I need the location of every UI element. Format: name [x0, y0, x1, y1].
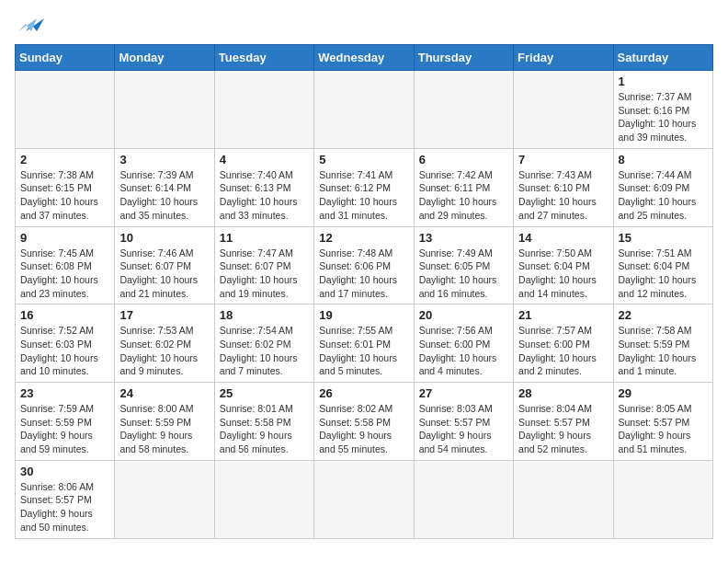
weekday-header-friday: Friday — [514, 45, 613, 71]
day-number: 12 — [319, 231, 408, 245]
calendar-cell — [314, 460, 414, 538]
calendar-cell: 24Sunrise: 8:00 AM Sunset: 5:59 PM Dayli… — [115, 383, 214, 461]
calendar-cell — [214, 460, 313, 538]
day-number: 27 — [419, 386, 508, 400]
calendar-cell — [613, 460, 712, 538]
day-info: Sunrise: 7:41 AM Sunset: 6:12 PM Dayligh… — [319, 168, 408, 223]
day-number: 10 — [119, 231, 209, 245]
calendar-cell — [514, 460, 613, 538]
calendar-cell: 29Sunrise: 8:05 AM Sunset: 5:57 PM Dayli… — [613, 383, 712, 461]
calendar-week-row-5: 30Sunrise: 8:06 AM Sunset: 5:57 PM Dayli… — [16, 460, 713, 538]
day-info: Sunrise: 8:04 AM Sunset: 5:57 PM Dayligh… — [518, 402, 608, 456]
day-number: 22 — [619, 308, 708, 322]
weekday-header-saturday: Saturday — [613, 45, 712, 71]
calendar-cell: 27Sunrise: 8:03 AM Sunset: 5:57 PM Dayli… — [414, 383, 513, 461]
day-number: 28 — [518, 386, 608, 400]
calendar-table: SundayMondayTuesdayWednesdayThursdayFrid… — [15, 44, 713, 539]
calendar-cell: 28Sunrise: 8:04 AM Sunset: 5:57 PM Dayli… — [514, 383, 613, 461]
day-info: Sunrise: 7:45 AM Sunset: 6:08 PM Dayligh… — [20, 247, 109, 301]
day-number: 11 — [220, 231, 309, 245]
calendar-cell — [414, 71, 513, 149]
day-number: 30 — [20, 465, 109, 478]
calendar-cell — [16, 71, 115, 149]
day-info: Sunrise: 7:53 AM Sunset: 6:02 PM Dayligh… — [119, 324, 209, 378]
calendar-cell: 25Sunrise: 8:01 AM Sunset: 5:58 PM Dayli… — [214, 383, 313, 461]
day-number: 21 — [518, 308, 608, 322]
day-info: Sunrise: 7:56 AM Sunset: 6:00 PM Dayligh… — [419, 324, 508, 378]
day-info: Sunrise: 7:57 AM Sunset: 6:00 PM Dayligh… — [518, 324, 608, 378]
day-number: 7 — [518, 153, 608, 167]
page: SundayMondayTuesdayWednesdayThursdayFrid… — [0, 0, 728, 548]
day-info: Sunrise: 7:55 AM Sunset: 6:01 PM Dayligh… — [319, 324, 408, 378]
calendar-cell: 1Sunrise: 7:37 AM Sunset: 6:16 PM Daylig… — [613, 71, 712, 149]
calendar-cell — [514, 71, 613, 149]
calendar-cell — [115, 460, 214, 538]
day-info: Sunrise: 8:05 AM Sunset: 5:57 PM Dayligh… — [619, 402, 708, 456]
day-number: 2 — [20, 153, 109, 167]
calendar-cell — [314, 71, 414, 149]
day-info: Sunrise: 7:38 AM Sunset: 6:15 PM Dayligh… — [20, 168, 109, 223]
day-number: 4 — [220, 153, 309, 167]
calendar-cell: 18Sunrise: 7:54 AM Sunset: 6:02 PM Dayli… — [214, 304, 313, 383]
logo-bird-icon — [18, 15, 44, 35]
day-info: Sunrise: 7:42 AM Sunset: 6:11 PM Dayligh… — [419, 168, 508, 223]
day-info: Sunrise: 7:51 AM Sunset: 6:04 PM Dayligh… — [619, 247, 708, 301]
calendar-cell: 23Sunrise: 7:59 AM Sunset: 5:59 PM Dayli… — [16, 383, 115, 461]
calendar-cell: 11Sunrise: 7:47 AM Sunset: 6:07 PM Dayli… — [214, 226, 313, 304]
calendar-week-row-2: 9Sunrise: 7:45 AM Sunset: 6:08 PM Daylig… — [16, 226, 713, 304]
calendar-cell: 5Sunrise: 7:41 AM Sunset: 6:12 PM Daylig… — [314, 148, 414, 226]
day-number: 3 — [119, 153, 209, 167]
day-info: Sunrise: 7:54 AM Sunset: 6:02 PM Dayligh… — [220, 324, 309, 378]
day-info: Sunrise: 7:46 AM Sunset: 6:07 PM Dayligh… — [119, 247, 209, 301]
day-info: Sunrise: 7:48 AM Sunset: 6:06 PM Dayligh… — [319, 247, 408, 301]
day-number: 29 — [619, 386, 708, 400]
calendar-cell — [414, 460, 513, 538]
logo — [15, 15, 44, 35]
calendar-cell: 13Sunrise: 7:49 AM Sunset: 6:05 PM Dayli… — [414, 226, 513, 304]
weekday-header-sunday: Sunday — [16, 45, 115, 71]
day-number: 23 — [20, 386, 109, 400]
calendar-cell: 20Sunrise: 7:56 AM Sunset: 6:00 PM Dayli… — [414, 304, 513, 383]
day-number: 15 — [619, 231, 708, 245]
day-info: Sunrise: 8:03 AM Sunset: 5:57 PM Dayligh… — [419, 402, 508, 456]
day-number: 16 — [20, 308, 109, 322]
day-number: 24 — [119, 386, 209, 400]
calendar-cell: 10Sunrise: 7:46 AM Sunset: 6:07 PM Dayli… — [115, 226, 214, 304]
day-info: Sunrise: 7:44 AM Sunset: 6:09 PM Dayligh… — [619, 168, 708, 223]
day-info: Sunrise: 8:02 AM Sunset: 5:58 PM Dayligh… — [319, 402, 408, 456]
day-info: Sunrise: 8:00 AM Sunset: 5:59 PM Dayligh… — [119, 402, 209, 456]
day-number: 19 — [319, 308, 408, 322]
calendar-cell: 14Sunrise: 7:50 AM Sunset: 6:04 PM Dayli… — [514, 226, 613, 304]
calendar-cell: 22Sunrise: 7:58 AM Sunset: 5:59 PM Dayli… — [613, 304, 712, 383]
weekday-header-tuesday: Tuesday — [214, 45, 313, 71]
day-info: Sunrise: 7:52 AM Sunset: 6:03 PM Dayligh… — [20, 324, 109, 378]
day-info: Sunrise: 7:43 AM Sunset: 6:10 PM Dayligh… — [518, 168, 608, 223]
day-info: Sunrise: 7:37 AM Sunset: 6:16 PM Dayligh… — [619, 90, 708, 144]
day-number: 8 — [619, 153, 708, 167]
calendar-cell: 21Sunrise: 7:57 AM Sunset: 6:00 PM Dayli… — [514, 304, 613, 383]
day-info: Sunrise: 7:58 AM Sunset: 5:59 PM Dayligh… — [619, 324, 708, 378]
day-number: 20 — [419, 308, 508, 322]
calendar-cell — [214, 71, 313, 149]
calendar-cell: 7Sunrise: 7:43 AM Sunset: 6:10 PM Daylig… — [514, 148, 613, 226]
day-number: 5 — [319, 153, 408, 167]
calendar-cell: 16Sunrise: 7:52 AM Sunset: 6:03 PM Dayli… — [16, 304, 115, 383]
calendar-week-row-3: 16Sunrise: 7:52 AM Sunset: 6:03 PM Dayli… — [16, 304, 713, 383]
day-number: 17 — [119, 308, 209, 322]
calendar-cell: 15Sunrise: 7:51 AM Sunset: 6:04 PM Dayli… — [613, 226, 712, 304]
calendar-cell: 4Sunrise: 7:40 AM Sunset: 6:13 PM Daylig… — [214, 148, 313, 226]
day-number: 13 — [419, 231, 508, 245]
calendar-cell: 3Sunrise: 7:39 AM Sunset: 6:14 PM Daylig… — [115, 148, 214, 226]
calendar-week-row-4: 23Sunrise: 7:59 AM Sunset: 5:59 PM Dayli… — [16, 383, 713, 461]
calendar-week-row-1: 2Sunrise: 7:38 AM Sunset: 6:15 PM Daylig… — [16, 148, 713, 226]
day-info: Sunrise: 7:50 AM Sunset: 6:04 PM Dayligh… — [518, 247, 608, 301]
day-info: Sunrise: 8:06 AM Sunset: 5:57 PM Dayligh… — [20, 480, 109, 534]
day-number: 6 — [419, 153, 508, 167]
calendar-cell: 8Sunrise: 7:44 AM Sunset: 6:09 PM Daylig… — [613, 148, 712, 226]
weekday-header-thursday: Thursday — [414, 45, 513, 71]
calendar-cell: 26Sunrise: 8:02 AM Sunset: 5:58 PM Dayli… — [314, 383, 414, 461]
day-info: Sunrise: 7:40 AM Sunset: 6:13 PM Dayligh… — [220, 168, 309, 223]
calendar-cell: 9Sunrise: 7:45 AM Sunset: 6:08 PM Daylig… — [16, 226, 115, 304]
day-number: 26 — [319, 386, 408, 400]
day-info: Sunrise: 7:49 AM Sunset: 6:05 PM Dayligh… — [419, 247, 508, 301]
